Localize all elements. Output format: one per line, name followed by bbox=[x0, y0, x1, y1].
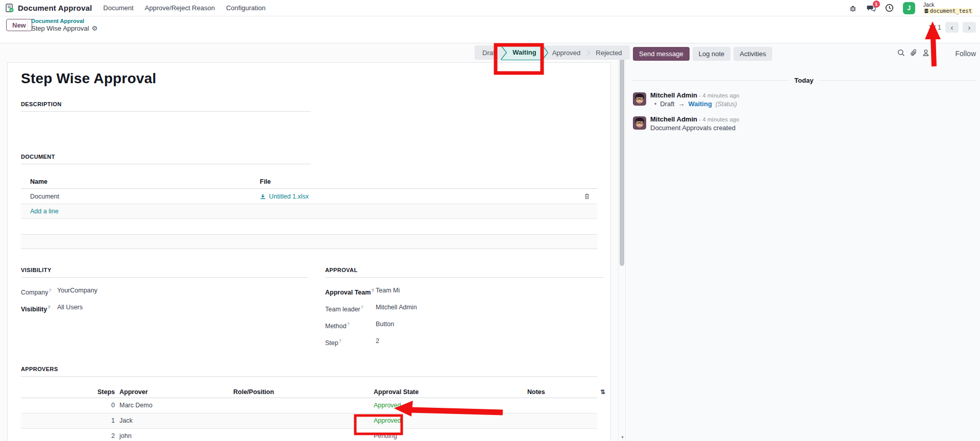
approval-state-badge: Approved bbox=[370, 417, 524, 424]
date-divider: Today bbox=[632, 77, 976, 84]
app-logo-icon bbox=[5, 4, 14, 12]
message-time: - 4 minutes ago bbox=[699, 116, 739, 122]
action-gear-icon[interactable]: ⚙ bbox=[91, 25, 97, 32]
description-field[interactable] bbox=[21, 112, 597, 153]
help-icon: ? bbox=[47, 305, 51, 310]
breadcrumb: Document Approval Step Wise Approval ⚙ bbox=[31, 18, 97, 32]
new-button[interactable]: New bbox=[6, 19, 32, 31]
control-panel: New Document Approval Step Wise Approval… bbox=[0, 16, 980, 43]
vertical-scrollbar[interactable]: ▲ ▼ bbox=[618, 43, 626, 441]
visibility-value[interactable]: All Users bbox=[57, 303, 83, 313]
approvers-col-notes[interactable]: Notes bbox=[524, 388, 600, 396]
team-leader-value-link[interactable]: Mitchell Admin bbox=[376, 303, 417, 313]
scrollbar-thumb[interactable] bbox=[620, 52, 624, 266]
menu-configuration[interactable]: Configuration bbox=[226, 4, 265, 12]
pager: 1 / 1 ‹ › bbox=[928, 22, 976, 33]
user-info[interactable]: Jack document_test bbox=[923, 2, 975, 14]
activities-button[interactable]: Activities bbox=[733, 47, 772, 61]
visibility-group: VISIBILITY Company? YourCompany Visibili… bbox=[21, 266, 308, 320]
top-navbar: Document Approval Document Approve/Rejec… bbox=[0, 0, 980, 16]
company-label: Company? bbox=[21, 286, 57, 297]
optional-columns-toggle-icon[interactable]: ⇅ bbox=[600, 388, 610, 396]
message-author[interactable]: Mitchell Admin bbox=[650, 91, 697, 99]
section-document-label: DOCUMENT bbox=[21, 154, 55, 160]
log-note-button[interactable]: Log note bbox=[693, 47, 731, 61]
add-a-line-link[interactable]: Add a line bbox=[21, 208, 251, 215]
breadcrumb-divider bbox=[27, 19, 28, 32]
delete-trash-icon[interactable] bbox=[584, 193, 590, 200]
message-time: - 4 minutes ago bbox=[699, 92, 739, 99]
database-name: document_test bbox=[923, 8, 973, 14]
tracking-field-name: (Status) bbox=[716, 101, 737, 108]
status-step-approved[interactable]: Approved bbox=[545, 45, 589, 60]
team-leader-label: Team leader? bbox=[325, 303, 376, 313]
approval-team-label: Approval Team? bbox=[325, 286, 376, 297]
tracking-arrow-icon: → bbox=[678, 100, 684, 108]
bullet-icon: • bbox=[654, 101, 656, 108]
database-icon bbox=[924, 9, 928, 13]
method-label: Method? bbox=[325, 320, 376, 330]
approver-row[interactable]: 2 john Pending bbox=[21, 429, 597, 441]
chatter-message-tracking[interactable]: Mitchell Admin - 4 minutes ago • Draft →… bbox=[633, 91, 976, 108]
pager-previous-button[interactable]: ‹ bbox=[945, 22, 959, 33]
user-avatar[interactable]: J bbox=[903, 2, 915, 14]
message-author[interactable]: Mitchell Admin bbox=[650, 115, 697, 123]
download-icon[interactable] bbox=[260, 193, 266, 200]
chatter-message-note[interactable]: Mitchell Admin - 4 minutes ago Document … bbox=[633, 115, 976, 132]
document-table: Name File Document Untitled 1.xlsx bbox=[21, 175, 597, 219]
pager-count: 1 / 1 bbox=[928, 23, 941, 31]
activity-clock-icon[interactable] bbox=[885, 3, 895, 13]
file-link[interactable]: Untitled 1.xlsx bbox=[269, 193, 309, 200]
status-step-waiting-active[interactable]: Waiting bbox=[501, 45, 547, 60]
approvers-col-role[interactable]: Role/Position bbox=[230, 388, 370, 396]
pager-next-button[interactable]: › bbox=[963, 22, 976, 33]
app-switcher[interactable]: Document Approval bbox=[5, 4, 92, 12]
help-icon: ? bbox=[339, 338, 341, 344]
document-col-name[interactable]: Name bbox=[21, 178, 251, 185]
page: Document Approval Document Approve/Rejec… bbox=[0, 0, 980, 441]
menu-document[interactable]: Document bbox=[103, 4, 133, 12]
step-value[interactable]: 2 bbox=[376, 337, 379, 347]
attachments-paperclip-icon[interactable] bbox=[910, 49, 917, 57]
approval-state-badge: Approved bbox=[370, 402, 524, 409]
approvers-col-approver[interactable]: Approver bbox=[116, 388, 230, 396]
approvers-col-steps[interactable]: Steps bbox=[21, 388, 116, 396]
approvers-col-state[interactable]: Approval State bbox=[370, 388, 524, 396]
document-name-cell[interactable]: Document bbox=[21, 193, 251, 200]
search-messages-icon[interactable] bbox=[897, 49, 905, 57]
company-value-link[interactable]: YourCompany bbox=[57, 286, 97, 297]
breadcrumb-parent-link[interactable]: Document Approval bbox=[31, 18, 97, 24]
section-description-label: DESCRIPTION bbox=[21, 101, 62, 107]
approval-state-badge: Pending bbox=[370, 432, 524, 439]
app-name: Document Approval bbox=[18, 4, 92, 12]
document-col-file[interactable]: File bbox=[251, 178, 577, 185]
step-label: Step? bbox=[325, 337, 376, 347]
tracking-old-value: Draft bbox=[660, 100, 674, 108]
message-count-badge: 1 bbox=[873, 1, 880, 8]
followers-person-icon[interactable] bbox=[922, 49, 929, 57]
approver-row[interactable]: 1 Jack Approved bbox=[21, 413, 597, 429]
send-message-button[interactable]: Send message bbox=[633, 47, 690, 61]
tracking-new-value: Waiting bbox=[688, 100, 712, 108]
section-visibility-label: VISIBILITY bbox=[21, 267, 52, 273]
help-icon: ? bbox=[49, 288, 52, 293]
method-value[interactable]: Button bbox=[376, 320, 394, 330]
help-icon: ? bbox=[347, 322, 350, 327]
menu-approve-reject-reason[interactable]: Approve/Reject Reason bbox=[145, 4, 215, 12]
help-icon: ? bbox=[361, 305, 363, 310]
approver-row[interactable]: 0 Marc Demo Approved bbox=[21, 398, 597, 413]
author-avatar bbox=[633, 116, 646, 130]
status-step-rejected[interactable]: Rejected bbox=[588, 45, 629, 60]
scroll-down-arrow[interactable]: ▼ bbox=[619, 435, 626, 439]
debug-bug-icon[interactable] bbox=[848, 3, 858, 13]
statusbar: Draft Waiting Approved Rejected bbox=[475, 45, 630, 60]
approval-team-value[interactable]: Team Mi bbox=[376, 286, 400, 297]
status-step-draft[interactable]: Draft bbox=[475, 45, 504, 60]
date-divider-label: Today bbox=[794, 77, 813, 84]
follow-button[interactable]: Follow bbox=[955, 50, 976, 58]
empty-list-placeholder bbox=[21, 234, 597, 249]
section-approval-label: APPROVAL bbox=[325, 267, 358, 273]
messages-icon[interactable]: 1 bbox=[866, 3, 876, 13]
document-row[interactable]: Document Untitled 1.xlsx bbox=[21, 189, 597, 204]
record-title[interactable]: Step Wise Approval bbox=[21, 70, 597, 87]
